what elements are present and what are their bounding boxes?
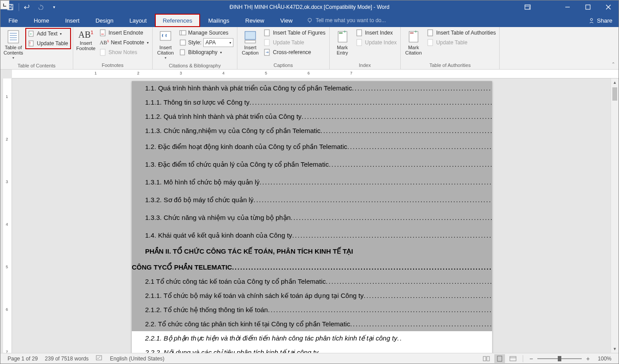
toc-line[interactable]: 2.2.1. Bộ phận thực hiện và thời điểm ti… — [132, 331, 492, 345]
toc-line[interactable]: 1.2. Đặc điểm hoạt động kinh doanh của C… — [132, 138, 492, 156]
table-of-contents-button[interactable]: Table of Contents▾ — [2, 28, 24, 62]
print-layout-button[interactable] — [494, 354, 505, 363]
svg-rect-22 — [100, 49, 105, 55]
undo-button[interactable] — [21, 1, 34, 13]
toc-line[interactable]: 2.1.2. Tổ chức hệ thống thông tin kế toá… — [132, 303, 492, 317]
scroll-thumb[interactable] — [612, 87, 617, 101]
citation-style-selector[interactable]: Style:APA▾ — [177, 38, 235, 47]
toc-line[interactable]: 1.1.1. Thông tin sơ lược về Công ty ....… — [132, 95, 492, 110]
zoom-level[interactable]: 100% — [594, 356, 615, 362]
mark-citation-button[interactable]: + Mark Citation — [402, 28, 425, 57]
horizontal-ruler[interactable]: 1234567 — [12, 70, 619, 78]
zoom-slider[interactable] — [537, 358, 582, 359]
toc-leader-dots: ........................................… — [268, 306, 492, 314]
svg-point-10 — [591, 19, 593, 21]
qat-customize[interactable]: ▼ — [48, 1, 60, 13]
insert-index-button[interactable]: Insert Index — [355, 28, 398, 38]
scroll-up-arrow[interactable]: ▲ — [611, 78, 619, 86]
read-mode-button[interactable] — [481, 354, 492, 363]
insert-table-authorities-button[interactable]: Insert Table of Authorities — [426, 28, 498, 38]
toc-line[interactable]: 2.2.2. Nội dung và các chỉ tiêu phân tíc… — [132, 345, 492, 353]
redo-button[interactable] — [35, 1, 47, 13]
tab-references[interactable]: References — [155, 14, 200, 27]
insert-citation-button[interactable]: Insert Citation▾ — [154, 28, 177, 62]
svg-text:!: ! — [29, 41, 31, 46]
zoom-in-button[interactable]: + — [584, 355, 591, 362]
bibliography-icon — [179, 49, 186, 56]
tab-design[interactable]: Design — [87, 14, 121, 27]
toc-line[interactable]: 2.1 Tổ chức công tác kế toán của Công ty… — [132, 274, 492, 289]
add-text-button[interactable]: +Add Text▾ — [26, 29, 70, 39]
insert-footnote-button[interactable]: AB1 Insert Footnote — [75, 28, 97, 53]
svg-rect-30 — [264, 30, 269, 36]
insert-table-figures-button[interactable]: Insert Table of Figures — [262, 28, 327, 38]
toc-leader-dots: ........................................… — [249, 98, 492, 106]
spell-check-icon[interactable] — [92, 355, 106, 362]
caption-icon — [243, 30, 257, 44]
tell-me-search[interactable]: Tell me what you want to do... — [300, 14, 386, 27]
share-button[interactable]: Share — [582, 14, 619, 27]
toc-line[interactable]: 1.1. Quá trình hình thành và phát triển … — [132, 81, 492, 95]
maximize-button[interactable] — [578, 0, 598, 14]
show-notes-icon — [100, 49, 107, 56]
zoom-out-button[interactable]: − — [528, 355, 535, 362]
web-layout-button[interactable] — [508, 354, 518, 363]
endnote-icon — [100, 29, 107, 36]
mark-entry-icon: + — [335, 30, 350, 44]
toc-line[interactable]: 1.3.2. Sơ đồ bộ máy tổ chức quản lý ....… — [132, 191, 492, 209]
minimize-button[interactable] — [557, 0, 578, 14]
ribbon-tabs: File Home Insert Design Layout Reference… — [0, 14, 619, 27]
ribbon-display-options[interactable] — [521, 0, 534, 14]
toc-entry-text: 1.1.1. Thông tin sơ lược về Công ty — [132, 98, 249, 106]
toc-line[interactable]: PHẦN II. TỔ CHỨC CÔNG TÁC KẾ TOÁN, PHÂN … — [132, 244, 492, 258]
toc-line[interactable]: 2.2. Tổ chức công tác phân tich kinh tế … — [132, 317, 492, 331]
insert-endnote-button[interactable]: Insert Endnote — [98, 28, 151, 38]
toc-line[interactable]: 1.3.3. Chức năng và nhiệm vụ của từng bộ… — [132, 209, 492, 227]
lightbulb-icon — [307, 17, 313, 23]
group-footnotes-label: Footnotes — [75, 62, 151, 69]
toc-line[interactable]: 1.4. Khái quát về kết quả kinh doanh của… — [132, 227, 492, 244]
toc-entry-text: 1.3.2. Sơ đồ bộ máy tổ chức quản lý — [132, 196, 253, 204]
tab-selector[interactable] — [0, 0, 9, 9]
collapse-ribbon-button[interactable]: ⌃ — [611, 62, 615, 67]
tab-view[interactable]: View — [272, 14, 300, 27]
window-title: ĐINH THỊ MINH CHÂU-K47D2,ok.docx [Compat… — [229, 4, 389, 10]
vertical-ruler[interactable]: 1234567 — [3, 78, 12, 353]
svg-rect-29 — [245, 40, 256, 43]
cross-reference-button[interactable]: Cross-reference — [262, 47, 327, 57]
scroll-down-arrow[interactable]: ▼ — [611, 345, 619, 353]
ribbon: Table of Contents▾ +Add Text▾ !Update Ta… — [0, 27, 619, 70]
tab-layout[interactable]: Layout — [122, 14, 155, 27]
tab-file[interactable]: File — [0, 14, 26, 27]
insert-caption-button[interactable]: Insert Caption — [239, 28, 261, 57]
close-button[interactable] — [598, 0, 619, 14]
document-page[interactable]: 1.1. Quá trình hình thành và phát triển … — [132, 81, 492, 353]
toc-line[interactable]: CÔNG TYCỔ PHẦN TELEMATIC................… — [132, 258, 492, 274]
toc-line[interactable]: 1.3. Đặc điểm tổ chức quản lý của Công t… — [132, 156, 492, 173]
bibliography-button[interactable]: Bibliography▾ — [177, 47, 235, 57]
toc-line[interactable]: 1.1.2. Quá trình hình thành và phát triể… — [132, 110, 492, 124]
toc-line[interactable]: 1.3.1. Mô hình tổ chức bộ máy quản lý ..… — [132, 173, 492, 191]
svg-rect-31 — [264, 39, 269, 46]
group-index-label: Index — [331, 62, 398, 69]
page-count[interactable]: Page 1 of 29 — [4, 356, 41, 362]
mark-entry-button[interactable]: + Mark Entry — [331, 28, 354, 57]
tab-mailings[interactable]: Mailings — [200, 14, 237, 27]
update-table-button[interactable]: !Update Table — [26, 39, 70, 48]
toc-line[interactable]: 1.1.3. Chức năng,nhiệm vụ của Công ty cổ… — [132, 124, 492, 138]
word-count[interactable]: 239 of 7518 words — [41, 356, 92, 362]
next-footnote-button[interactable]: AB1Next Footnote▾ — [98, 38, 151, 47]
manage-sources-button[interactable]: Manage Sources — [177, 28, 235, 38]
toc-line[interactable]: 2.1.1. Tổ chức bộ máy kế toán và chính s… — [132, 289, 492, 303]
tab-review[interactable]: Review — [237, 14, 272, 27]
vertical-scrollbar[interactable]: ▲ ▼ — [611, 78, 619, 353]
tab-home[interactable]: Home — [26, 14, 57, 27]
svg-rect-34 — [339, 32, 343, 34]
tab-insert[interactable]: Insert — [57, 14, 88, 27]
insert-index-icon — [356, 29, 363, 36]
svg-rect-11 — [8, 31, 19, 43]
toc-leader-dots: ........................................… — [320, 127, 492, 135]
toc-leader-dots: ........................................… — [253, 196, 492, 204]
svg-rect-39 — [410, 32, 414, 34]
language-status[interactable]: English (United States) — [106, 356, 168, 362]
